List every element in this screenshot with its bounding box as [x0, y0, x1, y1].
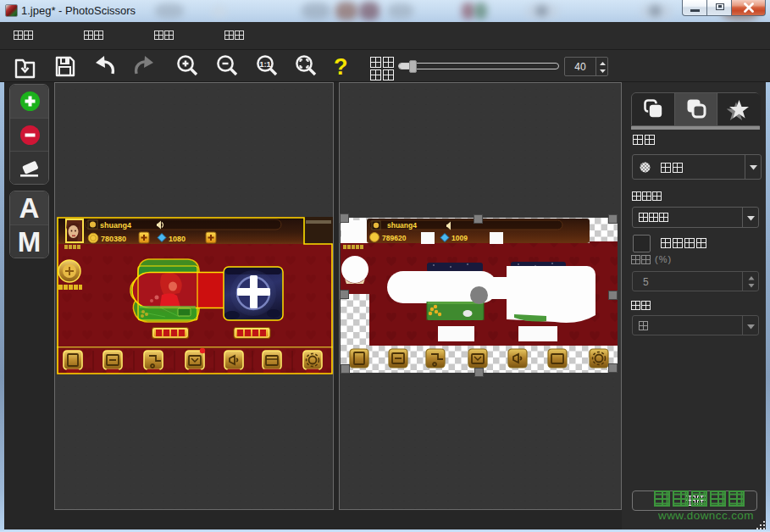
svg-text:789620: 789620: [382, 234, 407, 242]
svg-text:1080: 1080: [169, 235, 186, 243]
svg-text:shuang4: shuang4: [387, 221, 417, 230]
svg-text:1:1: 1:1: [259, 59, 271, 69]
svg-text:shuang4: shuang4: [100, 221, 131, 230]
svg-text:780380: 780380: [101, 235, 126, 243]
svg-text:1009: 1009: [451, 234, 468, 242]
